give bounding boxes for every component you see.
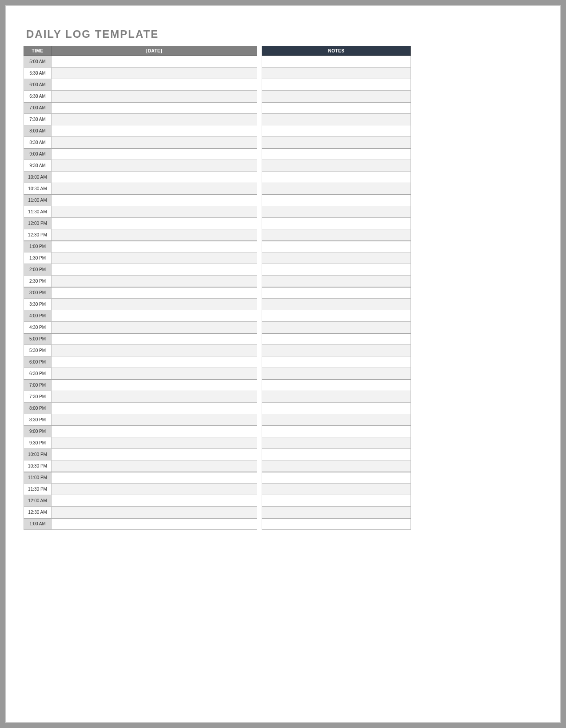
- note-cell[interactable]: [262, 68, 411, 79]
- entry-cell[interactable]: [52, 241, 257, 252]
- entry-cell[interactable]: [52, 229, 257, 241]
- entry-cell[interactable]: [52, 484, 257, 495]
- table-row: 8:30 PM: [24, 414, 257, 426]
- entry-cell[interactable]: [52, 114, 257, 125]
- entry-cell[interactable]: [52, 287, 257, 299]
- table-row: [262, 91, 411, 102]
- entry-cell[interactable]: [52, 403, 257, 414]
- note-cell[interactable]: [262, 264, 411, 276]
- entry-cell[interactable]: [52, 148, 257, 160]
- note-cell[interactable]: [262, 206, 411, 218]
- note-cell[interactable]: [262, 183, 411, 195]
- table-row: [262, 368, 411, 380]
- entry-cell[interactable]: [52, 172, 257, 183]
- table-row: [262, 460, 411, 472]
- entry-cell[interactable]: [52, 264, 257, 276]
- entry-cell[interactable]: [52, 79, 257, 91]
- note-cell[interactable]: [262, 333, 411, 345]
- entry-cell[interactable]: [52, 460, 257, 472]
- note-cell[interactable]: [262, 91, 411, 102]
- table-row: [262, 403, 411, 414]
- note-cell[interactable]: [262, 495, 411, 507]
- entry-cell[interactable]: [52, 472, 257, 484]
- entry-cell[interactable]: [52, 356, 257, 368]
- entry-cell[interactable]: [52, 299, 257, 310]
- entry-cell[interactable]: [52, 426, 257, 437]
- entry-cell[interactable]: [52, 137, 257, 148]
- note-cell[interactable]: [262, 472, 411, 484]
- table-row: 11:30 AM: [24, 206, 257, 218]
- note-cell[interactable]: [262, 507, 411, 518]
- entry-cell[interactable]: [52, 518, 257, 530]
- note-cell[interactable]: [262, 229, 411, 241]
- entry-cell[interactable]: [52, 414, 257, 426]
- time-cell: 4:00 PM: [24, 310, 52, 322]
- entry-cell[interactable]: [52, 333, 257, 345]
- note-cell[interactable]: [262, 460, 411, 472]
- entry-cell[interactable]: [52, 206, 257, 218]
- time-cell: 5:30 AM: [24, 68, 52, 79]
- entry-cell[interactable]: [52, 56, 257, 68]
- note-cell[interactable]: [262, 276, 411, 287]
- note-cell[interactable]: [262, 125, 411, 137]
- entry-cell[interactable]: [52, 195, 257, 206]
- table-row: [262, 345, 411, 356]
- table-row: 6:00 PM: [24, 356, 257, 368]
- note-cell[interactable]: [262, 449, 411, 460]
- note-cell[interactable]: [262, 391, 411, 403]
- entry-cell[interactable]: [52, 495, 257, 507]
- note-cell[interactable]: [262, 437, 411, 449]
- note-cell[interactable]: [262, 403, 411, 414]
- note-cell[interactable]: [262, 299, 411, 310]
- note-cell[interactable]: [262, 102, 411, 114]
- note-cell[interactable]: [262, 287, 411, 299]
- table-row: [262, 218, 411, 229]
- note-cell[interactable]: [262, 241, 411, 252]
- note-cell[interactable]: [262, 172, 411, 183]
- note-cell[interactable]: [262, 518, 411, 530]
- table-row: 7:00 AM: [24, 102, 257, 114]
- entry-cell[interactable]: [52, 437, 257, 449]
- entry-cell[interactable]: [52, 391, 257, 403]
- entry-cell[interactable]: [52, 125, 257, 137]
- note-cell[interactable]: [262, 322, 411, 333]
- note-cell[interactable]: [262, 252, 411, 264]
- entry-cell[interactable]: [52, 68, 257, 79]
- note-cell[interactable]: [262, 310, 411, 322]
- entry-cell[interactable]: [52, 310, 257, 322]
- entry-cell[interactable]: [52, 91, 257, 102]
- time-cell: 11:00 PM: [24, 472, 52, 484]
- table-row: [262, 206, 411, 218]
- note-cell[interactable]: [262, 380, 411, 391]
- time-cell: 9:30 AM: [24, 160, 52, 172]
- note-cell[interactable]: [262, 426, 411, 437]
- note-cell[interactable]: [262, 484, 411, 495]
- entry-cell[interactable]: [52, 368, 257, 380]
- entry-cell[interactable]: [52, 345, 257, 356]
- note-cell[interactable]: [262, 160, 411, 172]
- entry-cell[interactable]: [52, 160, 257, 172]
- note-cell[interactable]: [262, 356, 411, 368]
- entry-cell[interactable]: [52, 380, 257, 391]
- note-cell[interactable]: [262, 414, 411, 426]
- entry-cell[interactable]: [52, 276, 257, 287]
- note-cell[interactable]: [262, 137, 411, 148]
- note-cell[interactable]: [262, 345, 411, 356]
- table-row: [262, 333, 411, 345]
- time-cell: 7:30 AM: [24, 114, 52, 125]
- note-cell[interactable]: [262, 368, 411, 380]
- entry-cell[interactable]: [52, 218, 257, 229]
- note-cell[interactable]: [262, 79, 411, 91]
- entry-cell[interactable]: [52, 507, 257, 518]
- note-cell[interactable]: [262, 114, 411, 125]
- note-cell[interactable]: [262, 148, 411, 160]
- entry-cell[interactable]: [52, 449, 257, 460]
- note-cell[interactable]: [262, 56, 411, 68]
- note-cell[interactable]: [262, 195, 411, 206]
- table-row: 12:30 AM: [24, 507, 257, 518]
- entry-cell[interactable]: [52, 183, 257, 195]
- note-cell[interactable]: [262, 218, 411, 229]
- entry-cell[interactable]: [52, 102, 257, 114]
- entry-cell[interactable]: [52, 322, 257, 333]
- entry-cell[interactable]: [52, 252, 257, 264]
